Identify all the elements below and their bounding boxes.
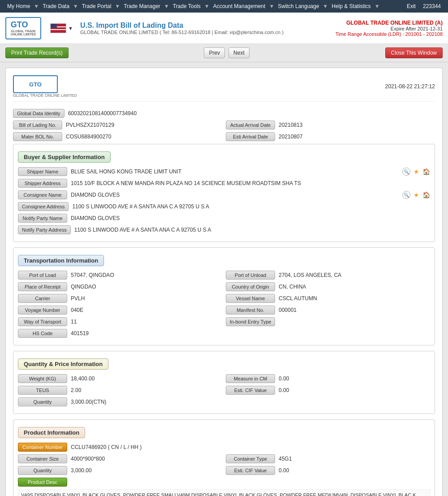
voyage-value: 040E xyxy=(71,307,222,313)
carrier-value: PVLH xyxy=(71,295,222,302)
manifest-value: 000001 xyxy=(279,307,430,313)
consignee-star-icon[interactable]: ★ xyxy=(412,191,420,199)
container-type-label: Container Type xyxy=(226,454,275,463)
esti-arrival-value: 20210807 xyxy=(279,134,435,140)
weight-value: 18,400.00 xyxy=(71,375,222,382)
nav-trade-tools[interactable]: Trade Tools xyxy=(169,1,204,11)
carrier-label: Carrier xyxy=(18,294,67,303)
hs-code-row: HS Code 401519 xyxy=(18,329,430,338)
record-card: GTO GLOBAL TRADE ONLINE LIMITED 2021-08-… xyxy=(5,68,443,496)
product-quantity-label: Quantity xyxy=(18,466,67,475)
port-load-label: Port of Load xyxy=(18,271,67,280)
shipper-star-icon[interactable]: ★ xyxy=(412,168,420,176)
shipper-name-label: Shipper Name xyxy=(18,167,67,176)
teus-label: TEUS xyxy=(18,386,67,395)
consignee-address-row: Consignee Address 1100 S LINWOOD AVE # A… xyxy=(18,202,430,211)
shipper-name-value: BLUE SAIL HONG KONG TRADE LIMIT UNIT xyxy=(71,168,395,175)
logo-area: GTO GLOBAL TRADEONLINE LIMITED xyxy=(5,17,41,39)
esti-arrival-label: Esti Arrival Date xyxy=(226,132,275,141)
gto-logo-img: GTO xyxy=(13,75,58,93)
way-transport-value: 11 xyxy=(71,319,222,325)
consignee-name-label: Consignee Name xyxy=(18,190,67,199)
bol-row: Bill of Lading No. PVLHSZX21070129 Actua… xyxy=(13,121,435,129)
nav-trade-data[interactable]: Trade Data xyxy=(39,1,73,11)
measure-value: 0.00 xyxy=(279,375,430,382)
shipper-address-value: 1015 10/F BLOCK A NEW MANDA RIN PLAZA NO… xyxy=(71,180,430,186)
hs-code-label: HS Code xyxy=(18,329,67,338)
bol-label: Bill of Lading No. xyxy=(13,121,62,129)
vessel-name-label: Vessel Name xyxy=(226,294,275,303)
buyer-supplier-header: Buyer & Supplier Information xyxy=(18,151,111,163)
global-data-identity-row: Global Data Identity 6003202108140000773… xyxy=(13,109,435,118)
nav-my-home[interactable]: My Home xyxy=(4,1,34,11)
flag-selector[interactable]: ▼ xyxy=(50,23,73,33)
quantity-value: 3,000.00(CTN) xyxy=(71,399,430,405)
quantity-label: Quantity xyxy=(18,397,67,406)
nav-exit[interactable]: Exit xyxy=(403,1,419,11)
product-header: Product Information xyxy=(18,427,85,438)
gto-logo-sub: GLOBAL TRADE ONLINE LIMITED xyxy=(13,93,77,98)
account-info: GLOBAL TRADE ONLINE LIMITED (A) Expire A… xyxy=(336,20,443,37)
actual-arrival-value: 20210813 xyxy=(279,122,435,128)
buyer-supplier-section: Buyer & Supplier Information Shipper Nam… xyxy=(13,144,435,242)
nav-trade-manager[interactable]: Trade Manager xyxy=(120,1,164,11)
way-transport-label: Way of Transport xyxy=(18,317,67,326)
measure-label: Measure in CM xyxy=(226,374,275,383)
carrier-row: Carrier PVLH Vessel Name CSCL AUTUMN xyxy=(18,294,430,303)
notify-address-label: Notify Party Address xyxy=(18,225,71,234)
consignee-search-icon[interactable]: 🔍 xyxy=(402,191,410,199)
gto-logo: GTO GLOBAL TRADE ONLINE LIMITED xyxy=(13,75,77,98)
product-esti-cif-value: 0.00 xyxy=(279,467,430,474)
account-company: GLOBAL TRADE ONLINE LIMITED (A) xyxy=(336,20,443,26)
container-number-value: CCLU7486920 ( CN / L / HH ) xyxy=(71,444,430,450)
consignee-address-label: Consignee Address xyxy=(18,202,69,211)
place-receipt-row: Place of Receipt QINGDAO Country of Orig… xyxy=(18,282,430,291)
main-content: GTO GLOBAL TRADE ONLINE LIMITED 2021-08-… xyxy=(0,62,448,496)
notify-address-value: 1100 S LINWOOD AVE # A SANTA ANA C A 927… xyxy=(74,227,430,233)
in-bond-label: In-bond Entry Type xyxy=(226,317,276,326)
toolbar-top: Print Trade Record(s) Prev Next Close Th… xyxy=(0,44,448,62)
top-navigation: My Home ▼ Trade Data ▼ Trade Portal ▼ Tr… xyxy=(0,0,448,13)
shipper-home-icon[interactable]: 🏠 xyxy=(422,168,430,176)
container-type-value: 45G1 xyxy=(279,456,430,462)
port-unload-label: Port of Unload xyxy=(226,271,275,280)
transportation-section: Transportation Information Port of Load … xyxy=(13,247,435,345)
next-button-top[interactable]: Next xyxy=(228,47,250,58)
place-receipt-value: QINGDAO xyxy=(71,284,222,290)
product-desc-row: Product Desc xyxy=(18,478,430,487)
container-size-label: Container Size xyxy=(18,454,67,463)
global-data-identity-value: 60032021081400007734940 xyxy=(68,110,435,116)
close-button-top[interactable]: Close This Window xyxy=(385,47,443,58)
account-range: Time Range Accessible (LDR) : 201001 - 2… xyxy=(336,31,443,37)
manifest-label: Manifest No. xyxy=(226,306,275,315)
consignee-home-icon[interactable]: 🏠 xyxy=(422,191,430,199)
teus-row: TEUS 2.00 Esti. CIF Value 0.00 xyxy=(18,386,430,395)
consignee-name-row: Consignee Name DIAMOND GLOVES 🔍 ★ 🏠 xyxy=(18,190,430,199)
record-datetime: 2021-08-22 21:27:12 xyxy=(385,83,435,90)
prev-button-top[interactable]: Prev xyxy=(204,47,225,58)
nav-trade-portal[interactable]: Trade Portal xyxy=(78,1,115,11)
consignee-address-value: 1100 S LINWOOD AVE # A SANTA ANA C A 927… xyxy=(72,203,430,210)
product-section: Product Information Container Number CCL… xyxy=(13,419,435,496)
print-button-top[interactable]: Print Trade Record(s) xyxy=(5,47,69,58)
nav-switch-language[interactable]: Switch Language xyxy=(274,1,323,11)
shipper-search-icon[interactable]: 🔍 xyxy=(402,168,410,176)
flag-dropdown-arrow: ▼ xyxy=(68,26,73,31)
container-number-label: Container Number xyxy=(18,443,67,452)
account-expire: Expire After 2021-12-31 xyxy=(336,26,443,31)
global-data-identity-label: Global Data Identity xyxy=(13,109,65,118)
mater-bol-label: Mater BOL No. xyxy=(13,132,62,141)
mater-bol-value: COSU6884900270 xyxy=(66,134,222,140)
quantity-row: Quantity 3,000.00(CTN) xyxy=(18,397,430,406)
nav-help-statistics[interactable]: Help & Statistics xyxy=(328,1,374,11)
page-title-area: U.S. Import Bill of Lading Data GLOBAL T… xyxy=(80,22,336,35)
notify-name-label: Notify Party Name xyxy=(18,214,67,223)
place-receipt-label: Place of Receipt xyxy=(18,282,67,291)
product-desc-label: Product Desc xyxy=(18,478,67,487)
shipper-address-label: Shipper Address xyxy=(18,179,67,188)
product-esti-cif-label: Esti. CIF Value xyxy=(226,466,275,475)
nav-account-management[interactable]: Account Management xyxy=(210,1,269,11)
vessel-name-value: CSCL AUTUMN xyxy=(279,295,430,302)
product-desc-text: V49S DISPOSABLE VINYL BLACK GLOVES, POWD… xyxy=(18,489,430,496)
mater-bol-row: Mater BOL No. COSU6884900270 Esti Arriva… xyxy=(13,132,435,141)
